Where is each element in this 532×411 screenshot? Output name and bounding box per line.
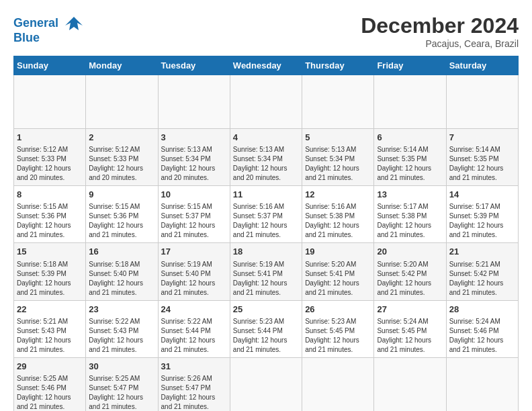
calendar-cell: 5Sunrise: 5:13 AM Sunset: 5:34 PM Daylig…	[302, 129, 374, 186]
day-info: Sunrise: 5:25 AM Sunset: 5:47 PM Dayligh…	[89, 374, 154, 411]
svg-marker-0	[65, 17, 83, 30]
day-number: 28	[449, 304, 515, 316]
calendar-cell: 27Sunrise: 5:24 AM Sunset: 5:45 PM Dayli…	[374, 300, 446, 357]
day-info: Sunrise: 5:13 AM Sunset: 5:34 PM Dayligh…	[161, 145, 227, 183]
day-info: Sunrise: 5:14 AM Sunset: 5:35 PM Dayligh…	[377, 145, 443, 183]
calendar-cell: 23Sunrise: 5:22 AM Sunset: 5:43 PM Dayli…	[86, 300, 158, 357]
weekday-tuesday: Tuesday	[158, 56, 230, 75]
day-number: 30	[89, 361, 154, 373]
day-info: Sunrise: 5:17 AM Sunset: 5:38 PM Dayligh…	[377, 202, 443, 240]
day-number: 6	[377, 132, 443, 144]
calendar-week-1: 1Sunrise: 5:12 AM Sunset: 5:33 PM Daylig…	[14, 129, 519, 186]
calendar-cell: 8Sunrise: 5:15 AM Sunset: 5:36 PM Daylig…	[14, 186, 86, 243]
day-info: Sunrise: 5:16 AM Sunset: 5:37 PM Dayligh…	[233, 202, 299, 240]
day-info: Sunrise: 5:15 AM Sunset: 5:36 PM Dayligh…	[89, 202, 154, 240]
calendar-cell: 4Sunrise: 5:13 AM Sunset: 5:34 PM Daylig…	[230, 129, 302, 186]
day-number: 14	[449, 189, 515, 201]
weekday-header-row: SundayMondayTuesdayWednesdayThursdayFrid…	[14, 56, 519, 75]
page-header: General Blue December 2024 Pacajus, Cear…	[13, 13, 519, 49]
day-info: Sunrise: 5:25 AM Sunset: 5:46 PM Dayligh…	[17, 374, 83, 411]
calendar-cell: 21Sunrise: 5:21 AM Sunset: 5:42 PM Dayli…	[446, 243, 518, 300]
calendar-cell: 12Sunrise: 5:16 AM Sunset: 5:38 PM Dayli…	[302, 186, 374, 243]
calendar-week-4: 22Sunrise: 5:21 AM Sunset: 5:43 PM Dayli…	[14, 300, 519, 357]
day-info: Sunrise: 5:15 AM Sunset: 5:36 PM Dayligh…	[17, 202, 83, 240]
calendar-cell: 25Sunrise: 5:23 AM Sunset: 5:44 PM Dayli…	[230, 300, 302, 357]
day-number: 7	[449, 132, 515, 144]
day-info: Sunrise: 5:16 AM Sunset: 5:38 PM Dayligh…	[305, 202, 371, 240]
calendar-cell: 30Sunrise: 5:25 AM Sunset: 5:47 PM Dayli…	[86, 357, 158, 411]
calendar-body: 1Sunrise: 5:12 AM Sunset: 5:33 PM Daylig…	[14, 75, 519, 412]
day-number: 22	[17, 304, 83, 316]
day-info: Sunrise: 5:21 AM Sunset: 5:42 PM Dayligh…	[449, 260, 515, 298]
calendar-cell: 17Sunrise: 5:19 AM Sunset: 5:40 PM Dayli…	[158, 243, 230, 300]
day-number: 1	[17, 132, 83, 144]
calendar-cell: 31Sunrise: 5:26 AM Sunset: 5:47 PM Dayli…	[158, 357, 230, 411]
day-info: Sunrise: 5:15 AM Sunset: 5:37 PM Dayligh…	[161, 202, 227, 240]
calendar-cell: 3Sunrise: 5:13 AM Sunset: 5:34 PM Daylig…	[158, 129, 230, 186]
calendar-cell	[230, 357, 302, 411]
calendar-cell: 7Sunrise: 5:14 AM Sunset: 5:35 PM Daylig…	[446, 129, 518, 186]
day-number: 11	[233, 189, 299, 201]
day-info: Sunrise: 5:21 AM Sunset: 5:43 PM Dayligh…	[17, 317, 83, 355]
day-number: 27	[377, 304, 443, 316]
day-number: 10	[161, 189, 227, 201]
calendar-cell	[446, 75, 518, 129]
day-number: 24	[161, 304, 227, 316]
calendar-cell	[86, 75, 158, 129]
day-info: Sunrise: 5:24 AM Sunset: 5:45 PM Dayligh…	[377, 317, 443, 355]
logo: General Blue	[13, 13, 84, 45]
day-number: 2	[89, 132, 154, 144]
weekday-thursday: Thursday	[302, 56, 374, 75]
calendar-cell: 9Sunrise: 5:15 AM Sunset: 5:36 PM Daylig…	[86, 186, 158, 243]
logo-general: General	[13, 16, 58, 30]
day-info: Sunrise: 5:23 AM Sunset: 5:45 PM Dayligh…	[305, 317, 371, 355]
logo-bird-icon	[64, 13, 84, 34]
day-number: 12	[305, 189, 371, 201]
day-number: 17	[161, 246, 227, 258]
day-number: 16	[89, 246, 154, 258]
location: Pacajus, Ceara, Brazil	[361, 38, 519, 49]
day-number: 18	[233, 246, 299, 258]
day-number: 25	[233, 304, 299, 316]
calendar-cell: 6Sunrise: 5:14 AM Sunset: 5:35 PM Daylig…	[374, 129, 446, 186]
calendar-cell: 11Sunrise: 5:16 AM Sunset: 5:37 PM Dayli…	[230, 186, 302, 243]
calendar-cell: 16Sunrise: 5:18 AM Sunset: 5:40 PM Dayli…	[86, 243, 158, 300]
day-number: 23	[89, 304, 154, 316]
day-info: Sunrise: 5:18 AM Sunset: 5:40 PM Dayligh…	[89, 260, 154, 298]
day-number: 9	[89, 189, 154, 201]
day-info: Sunrise: 5:19 AM Sunset: 5:41 PM Dayligh…	[233, 260, 299, 298]
day-number: 26	[305, 304, 371, 316]
calendar-cell: 15Sunrise: 5:18 AM Sunset: 5:39 PM Dayli…	[14, 243, 86, 300]
day-info: Sunrise: 5:20 AM Sunset: 5:41 PM Dayligh…	[305, 260, 371, 298]
day-number: 29	[17, 361, 83, 373]
day-info: Sunrise: 5:24 AM Sunset: 5:46 PM Dayligh…	[449, 317, 515, 355]
calendar-cell: 22Sunrise: 5:21 AM Sunset: 5:43 PM Dayli…	[14, 300, 86, 357]
calendar-cell: 20Sunrise: 5:20 AM Sunset: 5:42 PM Dayli…	[374, 243, 446, 300]
day-info: Sunrise: 5:18 AM Sunset: 5:39 PM Dayligh…	[17, 260, 83, 298]
weekday-saturday: Saturday	[446, 56, 518, 75]
weekday-sunday: Sunday	[14, 56, 86, 75]
calendar-cell: 18Sunrise: 5:19 AM Sunset: 5:41 PM Dayli…	[230, 243, 302, 300]
day-info: Sunrise: 5:13 AM Sunset: 5:34 PM Dayligh…	[233, 145, 299, 183]
weekday-monday: Monday	[86, 56, 158, 75]
calendar-week-0	[14, 75, 519, 129]
day-number: 20	[377, 246, 443, 258]
calendar-cell: 29Sunrise: 5:25 AM Sunset: 5:46 PM Dayli…	[14, 357, 86, 411]
calendar-cell	[230, 75, 302, 129]
calendar-cell: 10Sunrise: 5:15 AM Sunset: 5:37 PM Dayli…	[158, 186, 230, 243]
day-info: Sunrise: 5:17 AM Sunset: 5:39 PM Dayligh…	[449, 202, 515, 240]
day-number: 3	[161, 132, 227, 144]
title-block: December 2024 Pacajus, Ceara, Brazil	[361, 13, 519, 49]
day-number: 21	[449, 246, 515, 258]
calendar-cell: 1Sunrise: 5:12 AM Sunset: 5:33 PM Daylig…	[14, 129, 86, 186]
calendar-cell	[302, 75, 374, 129]
day-info: Sunrise: 5:12 AM Sunset: 5:33 PM Dayligh…	[17, 145, 83, 183]
weekday-wednesday: Wednesday	[230, 56, 302, 75]
calendar-cell	[374, 75, 446, 129]
day-number: 31	[161, 361, 227, 373]
day-info: Sunrise: 5:22 AM Sunset: 5:44 PM Dayligh…	[161, 317, 227, 355]
calendar-week-3: 15Sunrise: 5:18 AM Sunset: 5:39 PM Dayli…	[14, 243, 519, 300]
day-info: Sunrise: 5:14 AM Sunset: 5:35 PM Dayligh…	[449, 145, 515, 183]
calendar-week-5: 29Sunrise: 5:25 AM Sunset: 5:46 PM Dayli…	[14, 357, 519, 411]
calendar-cell: 26Sunrise: 5:23 AM Sunset: 5:45 PM Dayli…	[302, 300, 374, 357]
